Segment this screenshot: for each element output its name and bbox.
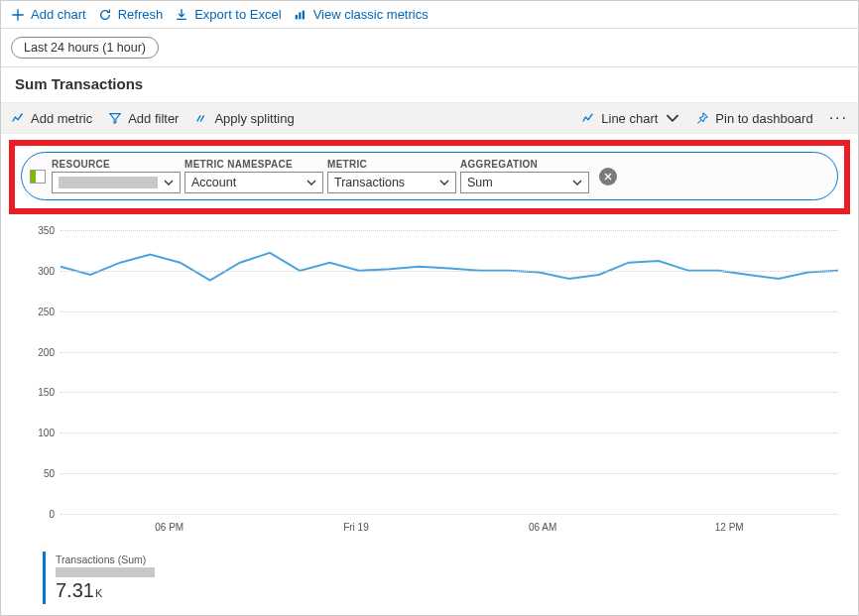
export-label: Export to Excel <box>194 7 281 22</box>
aggregation-label: AGGREGATION <box>460 159 589 170</box>
chevron-down-icon <box>164 178 174 187</box>
chevron-down-icon <box>439 178 449 187</box>
svg-rect-1 <box>299 12 301 19</box>
svg-rect-2 <box>302 10 304 19</box>
summary-value: 7.31K <box>56 579 162 602</box>
split-icon <box>194 111 208 125</box>
resource-value-redacted <box>59 177 158 188</box>
metric-select[interactable]: Transactions <box>327 172 456 193</box>
bar-chart-icon <box>294 8 307 22</box>
namespace-label: METRIC NAMESPACE <box>184 159 323 170</box>
chart-plot <box>61 230 838 514</box>
refresh-label: Refresh <box>118 7 164 22</box>
apply-splitting-label: Apply splitting <box>214 111 294 126</box>
download-icon <box>175 8 188 22</box>
namespace-value: Account <box>191 176 236 189</box>
summary-unit: K <box>95 587 102 599</box>
chart-type-dropdown[interactable]: Line chart <box>581 111 679 126</box>
apply-splitting-button[interactable]: Apply splitting <box>194 111 294 126</box>
classic-label: View classic metrics <box>313 7 429 22</box>
metric-selector-row: RESOURCE METRIC NAMESPACE Account METRIC… <box>21 152 838 200</box>
metric-selector-highlight: RESOURCE METRIC NAMESPACE Account METRIC… <box>9 140 850 214</box>
add-chart-button[interactable]: Add chart <box>11 7 86 22</box>
resource-select[interactable] <box>52 172 181 193</box>
chevron-down-icon <box>572 178 582 187</box>
summary-number: 7.31 <box>56 579 94 601</box>
namespace-group: METRIC NAMESPACE Account <box>184 159 323 193</box>
aggregation-select[interactable]: Sum <box>460 172 589 193</box>
metric-group: METRIC Transactions <box>327 159 456 193</box>
classic-metrics-button[interactable]: View classic metrics <box>294 7 429 22</box>
summary-label: Transactions (Sum) <box>56 554 162 565</box>
primary-toolbar: Add chart Refresh Export to Excel View c… <box>1 1 858 29</box>
chevron-down-icon <box>666 111 679 125</box>
resource-group: RESOURCE <box>52 159 181 193</box>
plus-icon <box>11 8 25 22</box>
close-icon <box>603 172 613 182</box>
filter-icon <box>108 111 122 125</box>
line-add-icon <box>11 111 25 125</box>
remove-metric-button[interactable] <box>599 168 617 185</box>
add-filter-label: Add filter <box>128 111 179 126</box>
chart-area: 050100150200250300350 06 PMFri 1906 AM12… <box>21 230 838 538</box>
time-range-pill[interactable]: Last 24 hours (1 hour) <box>11 37 159 59</box>
add-metric-button[interactable]: Add metric <box>11 111 92 126</box>
summary-resource-redacted <box>56 567 155 577</box>
namespace-select[interactable]: Account <box>184 172 323 193</box>
line-chart-icon <box>581 111 595 125</box>
metric-value: Transactions <box>334 176 405 189</box>
chart-title: Sum Transactions <box>1 67 858 102</box>
aggregation-value: Sum <box>467 176 493 189</box>
more-actions-button[interactable]: ··· <box>829 109 848 127</box>
resource-label: RESOURCE <box>52 159 181 170</box>
scope-icon <box>30 170 46 184</box>
refresh-button[interactable]: Refresh <box>98 7 164 22</box>
add-metric-label: Add metric <box>31 111 92 126</box>
time-range-row: Last 24 hours (1 hour) <box>1 29 858 67</box>
x-axis: 06 PMFri 1906 AM12 PM <box>61 518 838 538</box>
add-chart-label: Add chart <box>31 7 86 22</box>
metric-summary-card: Transactions (Sum) 7.31K <box>43 552 172 604</box>
y-axis: 050100150200250300350 <box>21 230 55 514</box>
pin-dashboard-button[interactable]: Pin to dashboard <box>695 111 812 126</box>
pin-label: Pin to dashboard <box>715 111 812 126</box>
svg-point-3 <box>21 114 23 116</box>
pin-icon <box>695 111 709 125</box>
chart-toolbar: Add metric Add filter Apply splitting Li… <box>1 102 858 134</box>
export-excel-button[interactable]: Export to Excel <box>175 7 281 22</box>
svg-rect-0 <box>295 15 297 19</box>
chart-type-label: Line chart <box>601 111 658 126</box>
aggregation-group: AGGREGATION Sum <box>460 159 589 193</box>
time-range-label: Last 24 hours (1 hour) <box>24 41 146 55</box>
refresh-icon <box>98 8 112 22</box>
chevron-down-icon <box>307 178 316 187</box>
add-filter-button[interactable]: Add filter <box>108 111 179 126</box>
metric-label: METRIC <box>327 159 456 170</box>
chart-series <box>61 230 838 514</box>
